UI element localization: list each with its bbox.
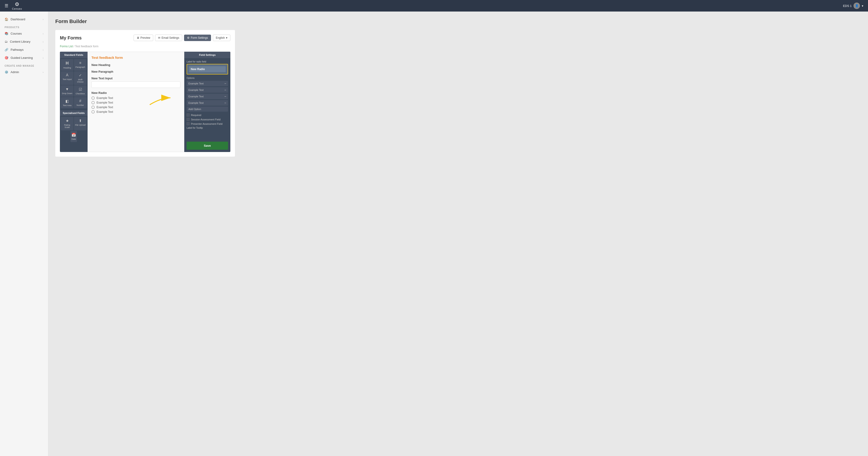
form-field-radio-label: New Radio [91,91,180,94]
form-field-heading-row: New Heading [91,63,180,67]
field-date[interactable]: 📅 Date [70,131,77,142]
required-checkbox[interactable] [187,113,190,116]
sidebar-item-admin[interactable]: ⚙️ Admin › [0,68,48,76]
form-canvas: Test feedback form New Heading New Parag… [88,52,184,152]
presenter-assessment-label: Presenter Assessment Field [191,122,222,125]
form-settings-button[interactable]: ⚙ Form Settings [184,35,211,41]
field-paragraph-label: Paragraph [75,66,85,68]
guided-learning-icon: 🎯 [5,56,8,59]
main-content: Form Builder My Forms 🖥 Preview ✉ Email … [49,11,868,456]
sidebar-item-guided-learning[interactable]: 🎯 Guided Learning › [0,54,48,62]
forms-container: My Forms 🖥 Preview ✉ Email Settings ⚙ Fo… [55,30,235,156]
form-field-text-input-label: New Text Input [91,77,180,80]
chevron-right-icon: › [42,71,43,74]
chevron-down-icon: ▾ [226,36,227,39]
email-settings-button[interactable]: ✉ Email Settings [155,35,182,41]
sidebar-section-products: PRODUCTS [0,23,48,30]
form-field-text-input[interactable] [91,81,180,88]
standard-fields-header: Standard Fields [60,52,88,58]
fields-panel: Standard Fields H Heading ≡ Paragraph A … [60,52,88,152]
number-field-icon: # [79,99,81,103]
courses-icon: 📚 [5,32,8,35]
presenter-assessment-checkbox[interactable] [187,122,190,125]
field-text-input-label: Text Input [63,78,72,81]
radio-label-input-box[interactable]: New Radio [187,64,228,75]
radio-option-2-text: Example Text [96,101,113,104]
form-field-radio-row: New Radio Example Text Example Text Exam… [91,91,180,113]
option-row-4: Example Text − [187,100,228,106]
sidebar-item-content-library[interactable]: 🗂 Content Library › [0,37,48,46]
radio-circle-4 [91,110,95,113]
chevron-right-icon: › [42,49,43,51]
radio-label-value: New Radio [189,66,226,72]
sidebar-item-courses[interactable]: 📚 Courses › [0,30,48,37]
session-assessment-checkbox-row: Session Assessment Field [187,118,228,121]
hamburger-icon[interactable]: ☰ [5,3,8,8]
field-text-input[interactable]: A Text Input [61,71,73,85]
option-row-1: Example Text − [187,81,228,86]
standard-fields-grid: H Heading ≡ Paragraph A Text Input ✓ Mul… [60,58,88,109]
radio-option-4: Example Text [91,110,180,113]
chevron-right-icon: › [42,40,43,43]
session-assessment-checkbox[interactable] [187,118,190,121]
label-for-radio-text: Label for radio field [187,60,228,63]
field-rating-scale[interactable]: ★ Rating Scale [61,117,73,130]
chevron-right-icon: › [42,57,43,59]
gear-icon: ⚙ [187,36,190,39]
field-heading-label: Heading [63,67,71,69]
option-4-text: Example Text [188,102,204,104]
dashboard-icon: 🏠 [5,18,8,21]
paragraph-field-icon: ≡ [79,61,81,65]
radio-circle-3 [91,106,95,109]
option-4-remove-button[interactable]: − [224,101,226,105]
sidebar-item-label: Content Library [10,40,30,44]
option-1-remove-button[interactable]: − [224,82,226,85]
form-field-heading-label: New Heading [91,63,180,67]
logo-text: Censeo [12,7,22,10]
field-file-upload-label: File Upload [75,124,86,126]
radio-circle-2 [91,101,95,104]
user-dropdown-arrow[interactable]: ▾ [862,4,863,8]
field-settings-header: Field Settings [184,52,230,58]
field-heading[interactable]: H Heading [61,59,73,71]
field-drop-down[interactable]: ▼ Drop Down [61,85,73,97]
specialised-fields-header: Specialised Fields [60,110,88,116]
field-multi-choice-label: Multi Choice [75,79,86,83]
breadcrumb: Forms List / Test feedback form [60,45,230,48]
sidebar-item-label: Pathways [10,48,24,52]
save-button[interactable]: Save [187,142,228,150]
breadcrumb-list-link[interactable]: Forms List [60,45,73,48]
sidebar-item-label: Guided Learning [10,56,33,59]
field-multi-choice[interactable]: ✓ Multi Choice [74,71,87,85]
radio-circle-1 [91,96,95,99]
sidebar-item-pathways[interactable]: 🔗 Pathways › [0,46,48,54]
radio-option-3: Example Text [91,106,180,109]
option-2-remove-button[interactable]: − [224,88,226,91]
field-checkbox-label: Checkbox [75,92,85,95]
form-field-paragraph-row: New Paragraph [91,70,180,73]
sidebar-item-dashboard[interactable]: 🏠 Dashboard › [0,15,48,23]
checkbox-field-icon: ☑ [79,87,82,91]
field-text-area[interactable]: ◧ Text Area [61,97,73,108]
tooltip-spacer [187,130,228,139]
chevron-right-icon: › [42,32,43,35]
radio-option-4-text: Example Text [96,110,113,113]
rating-scale-field-icon: ★ [66,119,69,123]
sidebar-item-label: Admin [10,70,19,74]
session-assessment-label: Session Assessment Field [191,118,220,121]
field-number[interactable]: # Number [74,97,87,108]
specialised-fields-grid: ★ Rating Scale ⬆ File Upload 📅 Date [60,116,88,143]
field-file-upload[interactable]: ⬆ File Upload [74,117,87,130]
page-title: Form Builder [55,19,861,24]
form-field-text-input-row: New Text Input [91,77,180,88]
field-paragraph[interactable]: ≡ Paragraph [74,59,87,71]
breadcrumb-current: Test feedback form [75,45,98,48]
sidebar-item-label: Courses [10,32,22,35]
option-3-remove-button[interactable]: − [224,95,226,98]
option-2-text: Example Text [188,89,204,91]
preview-button[interactable]: 🖥 Preview [134,35,153,41]
add-option-button[interactable]: Add Option [187,107,228,112]
language-button[interactable]: English ▾ [213,35,230,41]
field-checkbox[interactable]: ☑ Checkbox [74,85,87,97]
logo-icon: ⚙ [15,1,19,7]
